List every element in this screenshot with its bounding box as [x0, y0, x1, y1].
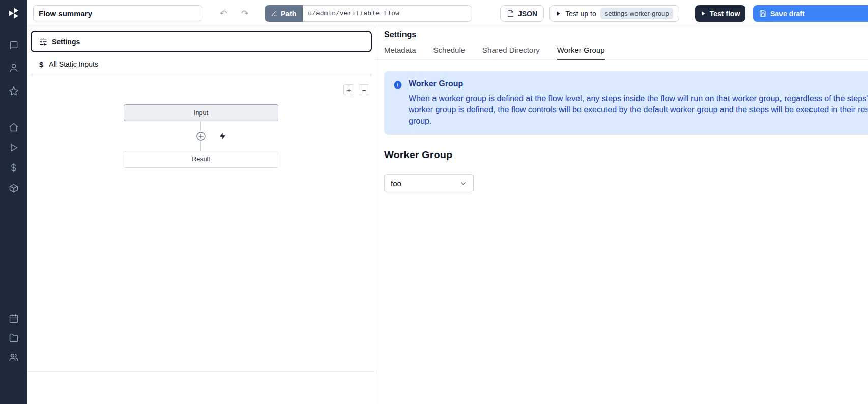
- all-static-inputs-item[interactable]: $ All Static Inputs: [31, 53, 372, 75]
- input-node[interactable]: Input: [124, 104, 278, 121]
- windmill-logo[interactable]: [0, 6, 27, 21]
- save-icon: [759, 10, 767, 17]
- chevron-down-icon: [459, 180, 467, 187]
- json-button[interactable]: JSON: [500, 5, 544, 22]
- test-flow-label: Test flow: [710, 10, 740, 18]
- info-box-title: Worker Group: [409, 79, 868, 89]
- zoom-in-button[interactable]: +: [343, 84, 354, 95]
- save-draft-label: Save draft: [770, 10, 805, 18]
- tab-shared-directory[interactable]: Shared Directory: [482, 46, 540, 59]
- play-small-icon: [556, 11, 561, 16]
- file-json-icon: [507, 10, 514, 17]
- sliders-icon: [39, 38, 47, 46]
- trigger-bolt-icon[interactable]: [219, 132, 226, 140]
- path-group: Path: [265, 5, 472, 22]
- json-label: JSON: [518, 10, 537, 18]
- add-step-button[interactable]: [196, 132, 206, 141]
- star-icon[interactable]: [0, 85, 27, 97]
- settings-panel: Settings Metadata Schedule Shared Direct…: [375, 26, 868, 404]
- input-node-label: Input: [194, 109, 208, 117]
- info-box-body: When a worker group is defined at the fl…: [409, 93, 868, 127]
- result-node-label: Result: [192, 156, 210, 163]
- users-icon[interactable]: [0, 351, 27, 363]
- dollar-icon[interactable]: [0, 162, 27, 174]
- app-sidebar: [0, 0, 27, 404]
- edit-path-button[interactable]: Path: [265, 5, 303, 22]
- worker-group-select[interactable]: foo: [384, 174, 474, 192]
- result-node[interactable]: Result: [124, 151, 278, 168]
- undo-button[interactable]: ↶: [214, 5, 233, 21]
- pencil-icon: [271, 11, 277, 17]
- flow-summary-input[interactable]: [33, 5, 202, 21]
- folder-icon[interactable]: [0, 332, 27, 344]
- book-icon[interactable]: [0, 40, 27, 52]
- test-up-to-badge: settings-worker-group: [600, 8, 674, 19]
- settings-tabs: Metadata Schedule Shared Directory Worke…: [375, 46, 868, 60]
- test-flow-button[interactable]: Test flow: [695, 5, 745, 22]
- panel-divider: [27, 371, 375, 372]
- user-icon[interactable]: [0, 62, 27, 74]
- flow-settings-label: Settings: [52, 38, 80, 46]
- settings-panel-title: Settings: [384, 30, 416, 39]
- cube-icon[interactable]: [0, 182, 27, 194]
- test-up-to-label: Test up to: [565, 10, 596, 18]
- worker-group-heading: Worker Group: [384, 149, 452, 161]
- tab-schedule[interactable]: Schedule: [433, 46, 466, 59]
- all-static-inputs-label: All Static Inputs: [49, 60, 98, 68]
- path-label: Path: [281, 10, 296, 18]
- worker-group-info-box: Worker Group When a worker group is defi…: [384, 71, 868, 135]
- play-white-icon: [701, 11, 706, 16]
- flow-graph-panel: Settings $ All Static Inputs + − Input R…: [27, 26, 375, 404]
- top-toolbar: ↶ ↷ Path JSON Test up to settings-worker…: [27, 0, 868, 26]
- path-input[interactable]: [303, 5, 472, 22]
- play-icon[interactable]: [0, 141, 27, 154]
- tab-worker-group[interactable]: Worker Group: [557, 46, 605, 60]
- tab-metadata[interactable]: Metadata: [384, 46, 416, 59]
- info-icon: [393, 80, 402, 127]
- zoom-out-button[interactable]: −: [359, 84, 369, 95]
- flow-settings-node[interactable]: Settings: [31, 31, 372, 52]
- redo-button[interactable]: ↷: [236, 5, 254, 21]
- worker-group-value: foo: [391, 179, 401, 188]
- save-draft-button[interactable]: Save draft: [753, 5, 868, 22]
- test-up-to-button[interactable]: Test up to settings-worker-group: [549, 5, 679, 22]
- dollar-sign-icon: $: [39, 60, 43, 69]
- home-icon[interactable]: [0, 121, 27, 133]
- calendar-icon[interactable]: [0, 312, 27, 325]
